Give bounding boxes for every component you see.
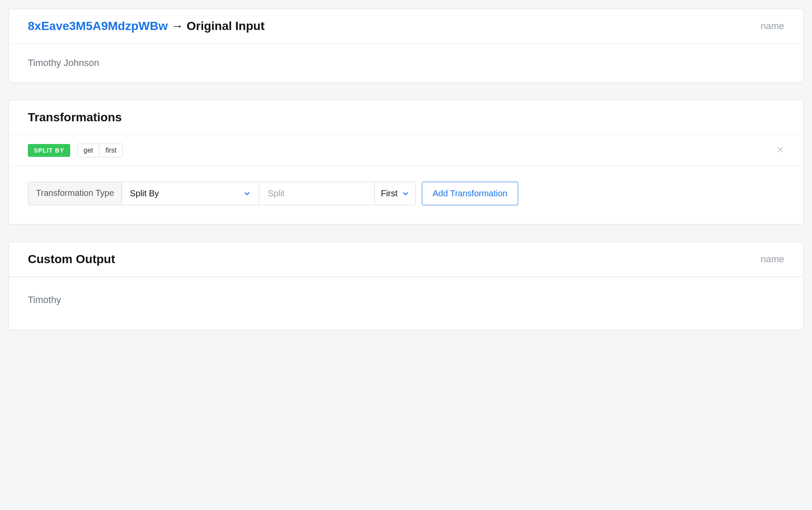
chevron-down-icon bbox=[243, 190, 251, 198]
position-value: First bbox=[381, 189, 397, 198]
split-input-wrapper bbox=[259, 182, 374, 205]
position-select[interactable]: First bbox=[374, 182, 416, 205]
custom-output-header: Custom Output name bbox=[9, 242, 803, 277]
input-id-link[interactable]: 8xEave3M5A9MdzpWBw bbox=[28, 19, 168, 33]
transformations-title: Transformations bbox=[28, 111, 122, 124]
custom-output-card: Custom Output name Timothy bbox=[9, 242, 803, 330]
remove-transformation-button[interactable] bbox=[776, 146, 784, 155]
input-value: Timothy Johnson bbox=[9, 44, 803, 82]
active-transformation-row: SPLIT BY get first bbox=[9, 135, 803, 166]
add-transformation-button[interactable]: Add Transformation bbox=[422, 182, 518, 205]
custom-output-title: Custom Output bbox=[28, 252, 115, 266]
transformation-type-value: Split By bbox=[130, 189, 159, 198]
arrow-icon: → bbox=[171, 19, 183, 33]
arg-get: get bbox=[78, 144, 99, 157]
transformation-args: get first bbox=[77, 144, 123, 157]
input-title-label: Original Input bbox=[187, 19, 265, 33]
output-field-name: name bbox=[761, 254, 784, 265]
original-input-card: 8xEave3M5A9MdzpWBw → Original Input name… bbox=[9, 9, 803, 83]
transformation-type-label: Transformation Type bbox=[28, 182, 122, 205]
split-by-tag: SPLIT BY bbox=[28, 144, 70, 157]
transformations-header: Transformations bbox=[9, 100, 803, 135]
transformations-card: Transformations SPLIT BY get first Trans… bbox=[9, 100, 803, 225]
transformation-builder: Transformation Type Split By First Add T… bbox=[9, 166, 803, 224]
transformation-type-select[interactable]: Split By bbox=[122, 182, 259, 205]
chevron-down-icon bbox=[402, 190, 409, 198]
arg-first: first bbox=[99, 144, 122, 157]
input-field-name: name bbox=[761, 21, 784, 32]
input-title-line: 8xEave3M5A9MdzpWBw → Original Input bbox=[28, 19, 265, 33]
split-input[interactable] bbox=[267, 188, 367, 199]
original-input-header: 8xEave3M5A9MdzpWBw → Original Input name bbox=[9, 9, 803, 44]
close-icon bbox=[776, 145, 784, 156]
output-value: Timothy bbox=[9, 277, 803, 330]
